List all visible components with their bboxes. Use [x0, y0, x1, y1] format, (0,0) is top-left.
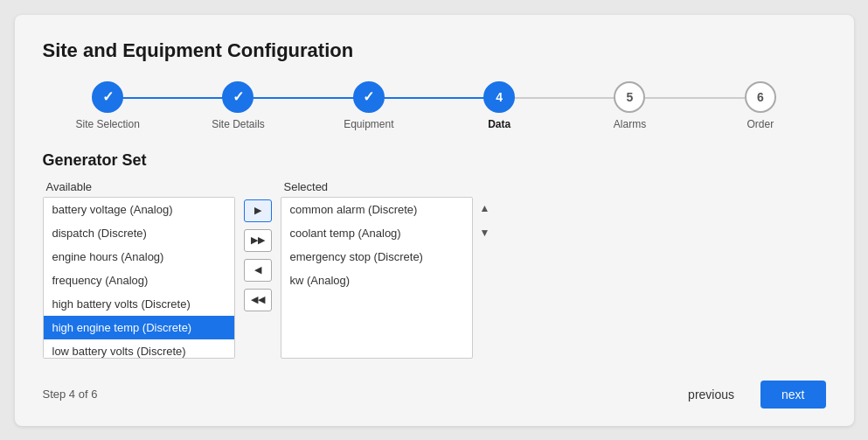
step-circle-1: ✓ [92, 81, 123, 113]
scroll-down-button[interactable]: ▼ [476, 224, 494, 241]
footer-buttons: previous next [670, 381, 825, 409]
step-item-1: ✓ Site Selection [43, 81, 173, 130]
move-left-button[interactable]: ◀ [244, 259, 272, 282]
selected-list-header: Selected [281, 180, 473, 193]
section-title: Generator Set [43, 151, 826, 170]
step-number-5: 5 [627, 90, 634, 104]
step-circle-6: 6 [745, 81, 776, 113]
step-info: Step 4 of 6 [43, 388, 98, 401]
step-circle-4: 4 [483, 81, 515, 113]
step-item-3: ✓ Equipment [303, 81, 434, 130]
step-circle-5: 5 [614, 81, 645, 113]
selected-list-item[interactable]: emergency stop (Discrete) [281, 245, 472, 269]
available-list-item[interactable]: dispatch (Discrete) [44, 221, 234, 245]
next-button[interactable]: next [760, 381, 825, 409]
main-card: Site and Equipment Configuration ✓ Site … [15, 15, 854, 426]
step-label-4: Data [488, 118, 510, 130]
selected-list-item[interactable]: coolant temp (Analog) [281, 221, 472, 245]
transfer-area: Available battery voltage (Analog)dispat… [43, 180, 826, 370]
step-item-2: ✓ Site Details [173, 81, 303, 130]
available-list-item[interactable]: frequency (Analog) [44, 269, 234, 292]
step-label-6: Order [746, 118, 774, 130]
checkmark-icon-1: ✓ [102, 88, 114, 105]
step-label-3: Equipment [344, 118, 393, 130]
checkmark-icon-3: ✓ [363, 88, 374, 105]
step-number-6: 6 [757, 90, 764, 104]
previous-button[interactable]: previous [670, 381, 752, 409]
step-label-1: Site Selection [75, 118, 139, 130]
available-list-item[interactable]: battery voltage (Analog) [44, 198, 234, 221]
move-all-left-button[interactable]: ◀◀ [244, 289, 272, 311]
step-circle-3: ✓ [353, 81, 385, 113]
step-item-5: 5 Alarms [565, 81, 695, 130]
step-label-2: Site Details [212, 118, 265, 130]
move-right-button[interactable]: ▶ [244, 199, 272, 222]
step-label-5: Alarms [614, 118, 646, 130]
selected-list-container: Selected common alarm (Discrete)coolant … [281, 180, 473, 359]
available-list-header: Available [43, 180, 235, 193]
available-list-box[interactable]: battery voltage (Analog)dispatch (Discre… [43, 197, 235, 359]
scroll-buttons: ▲ ▼ [473, 199, 494, 241]
step-item-6: 6 Order [695, 81, 825, 130]
available-list-item[interactable]: engine hours (Analog) [44, 245, 234, 269]
step-number-4: 4 [496, 90, 503, 104]
checkmark-icon-2: ✓ [233, 88, 244, 105]
page-title: Site and Equipment Configuration [43, 39, 826, 62]
move-all-right-button[interactable]: ▶▶ [244, 229, 272, 252]
transfer-buttons: ▶ ▶▶ ◀ ◀◀ [235, 199, 281, 311]
available-list-item[interactable]: high engine temp (Discrete) [44, 316, 234, 339]
available-list-item[interactable]: low battery volts (Discrete) [44, 339, 234, 359]
stepper: ✓ Site Selection ✓ Site Details ✓ Equipm… [43, 81, 826, 130]
selected-list-item[interactable]: kw (Analog) [281, 269, 472, 292]
footer: Step 4 of 6 previous next [43, 370, 826, 409]
available-list-container: Available battery voltage (Analog)dispat… [43, 180, 235, 359]
scroll-up-button[interactable]: ▲ [476, 199, 494, 217]
available-list-item[interactable]: high battery volts (Discrete) [44, 292, 234, 316]
selected-list-item[interactable]: common alarm (Discrete) [281, 198, 472, 221]
step-circle-2: ✓ [222, 81, 253, 113]
step-item-4: 4 Data [434, 81, 564, 130]
selected-list-box[interactable]: common alarm (Discrete)coolant temp (Ana… [281, 197, 473, 359]
